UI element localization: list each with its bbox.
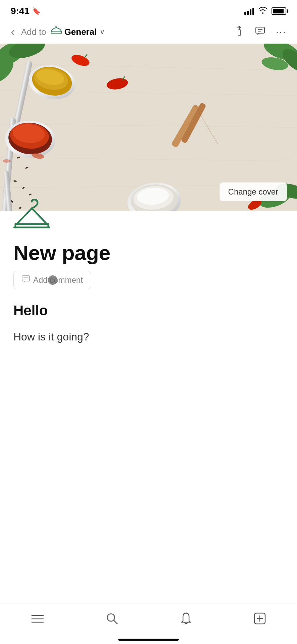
comment-button[interactable] (254, 24, 266, 40)
plus-square-icon (254, 612, 266, 628)
section-body: How is it going? (13, 329, 284, 345)
page-title: New page (13, 241, 284, 264)
cursor (48, 275, 57, 285)
workspace-name: General (64, 27, 97, 37)
page-icon (13, 198, 50, 235)
notifications-nav-button[interactable] (174, 609, 198, 631)
page-content: New page Add comment Hello How is it goi… (0, 235, 297, 372)
time-display: 9:41 (11, 6, 29, 16)
svg-point-55 (3, 159, 11, 163)
status-right (244, 6, 286, 16)
back-button[interactable]: ‹ (9, 23, 16, 41)
home-indicator (118, 639, 179, 641)
status-time: 9:41 🔖 (11, 6, 41, 16)
svg-point-71 (107, 614, 115, 621)
chevron-down-icon: ∨ (100, 28, 105, 36)
cover-image-container: Change cover (0, 44, 297, 211)
svg-rect-3 (238, 30, 241, 35)
more-options-button[interactable]: ··· (275, 25, 288, 39)
hanger-icon-large (13, 199, 50, 234)
nav-right: ··· (233, 24, 288, 40)
new-page-nav-button[interactable] (247, 610, 273, 630)
svg-line-72 (114, 621, 117, 624)
workspace-selector[interactable]: General ∨ (51, 26, 105, 37)
status-bar: 9:41 🔖 (0, 0, 297, 20)
signal-icon (244, 7, 254, 15)
nav-bar: ‹ Add to General ∨ (0, 20, 297, 44)
add-to-label: Add to (21, 27, 46, 37)
add-comment-label: Add comment (33, 275, 83, 285)
bottom-nav (0, 603, 297, 644)
section-heading: Hello (13, 303, 284, 319)
menu-icon (31, 613, 44, 627)
battery-icon (272, 7, 286, 15)
search-nav-button[interactable] (99, 610, 125, 630)
hanger-icon-small (51, 26, 62, 37)
svg-rect-65 (22, 276, 29, 281)
menu-nav-button[interactable] (24, 610, 51, 630)
share-button[interactable] (233, 24, 246, 40)
wifi-icon (258, 6, 268, 16)
search-icon (106, 612, 118, 628)
page-icon-container (0, 198, 297, 235)
bell-icon (180, 612, 192, 628)
comment-icon (22, 275, 30, 285)
bookmark-icon: 🔖 (32, 7, 41, 15)
svg-rect-4 (256, 27, 264, 33)
nav-left: ‹ Add to General ∨ (9, 23, 105, 41)
add-comment-button[interactable]: Add comment (13, 271, 91, 289)
